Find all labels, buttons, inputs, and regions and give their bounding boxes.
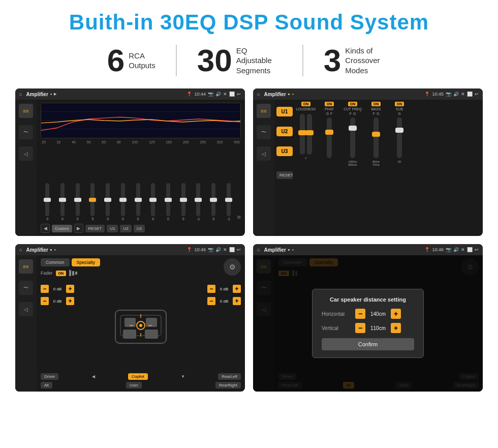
eq-icon-2[interactable]: ≡≡ — [257, 104, 271, 118]
vertical-row: Vertical − 110cm + — [322, 323, 414, 333]
eq-slider-11[interactable]: 0 — [207, 183, 221, 221]
db-minus-fl[interactable]: − — [41, 285, 49, 293]
on-badge-sub[interactable]: ON — [395, 102, 404, 106]
location-icon: 📍 — [186, 92, 192, 97]
u2-button[interactable]: U2 — [276, 127, 293, 136]
rearright-btn[interactable]: RearRight — [215, 382, 241, 389]
cutfreq-slider[interactable] — [350, 117, 355, 158]
u1-button[interactable]: U1 — [276, 107, 293, 116]
next-btn[interactable]: ▶ — [74, 224, 83, 233]
db-minus-fr[interactable]: − — [207, 285, 215, 293]
eq-slider-10[interactable]: -1 — [192, 183, 205, 221]
vertical-plus[interactable]: + — [391, 323, 401, 333]
eq-slider-0[interactable]: 0 — [41, 183, 54, 221]
vertical-minus[interactable]: − — [355, 323, 365, 333]
reset-btn[interactable]: RESET — [85, 225, 105, 232]
close-icon-1[interactable]: ✕ — [223, 92, 227, 97]
bottom-labels-3b: All User RearRight — [41, 382, 241, 389]
back-icon-2[interactable]: ↩ — [475, 92, 479, 97]
stat-rca: 6 RCAOutputs — [87, 45, 177, 76]
home-icon-2[interactable]: ⌂ — [257, 92, 260, 97]
eq-icon[interactable]: ≡≡ — [19, 104, 33, 118]
close-icon-3[interactable]: ✕ — [223, 247, 227, 252]
loudness-slider-r[interactable] — [307, 114, 312, 155]
amp-main-area: U1 U2 U3 RESET ON LOUDNESS — [274, 100, 483, 236]
eq-slider-8[interactable]: 0 — [162, 183, 175, 221]
speaker-icon-3[interactable]: ◁ — [19, 302, 33, 316]
eq-slider-12[interactable]: -1 — [222, 183, 235, 221]
eq-slider-7[interactable]: 0 — [146, 183, 160, 221]
driver-btn[interactable]: Driver — [41, 373, 58, 380]
wave-icon-3[interactable]: 〜 — [19, 281, 33, 295]
on-badge-bass[interactable]: ON — [371, 102, 381, 106]
confirm-button[interactable]: Confirm — [322, 338, 414, 350]
user-btn[interactable]: User — [126, 382, 142, 389]
horizontal-plus[interactable]: + — [391, 309, 401, 319]
home-icon-3[interactable]: ⌂ — [19, 247, 22, 252]
prev-btn[interactable]: ◀ — [41, 224, 50, 233]
close-icon-4[interactable]: ✕ — [461, 247, 465, 252]
horizontal-minus[interactable]: − — [355, 309, 365, 319]
eq-slider-2[interactable]: 0 — [71, 183, 84, 221]
expand-arrows[interactable]: » — [237, 213, 241, 221]
eq-slider-5[interactable]: 0 — [116, 183, 130, 221]
loudness-slider-l[interactable] — [300, 114, 305, 155]
loudness-label: LOUDNESS — [296, 107, 316, 111]
u3-btn[interactable]: U3 — [134, 225, 145, 232]
db-plus-rr[interactable]: + — [233, 297, 241, 305]
window-icon-2[interactable]: ⬜ — [467, 92, 473, 97]
window-icon-4[interactable]: ⬜ — [467, 247, 473, 252]
window-icon-3[interactable]: ⬜ — [229, 247, 235, 252]
amp-screen-content: ≡≡ 〜 ◁ U1 U2 U3 RESET — [253, 100, 483, 236]
custom-btn[interactable]: Custom — [52, 225, 72, 232]
fader-on-toggle[interactable]: ON — [56, 271, 67, 276]
on-badge-phat[interactable]: ON — [325, 102, 334, 106]
on-badge-cutfreq[interactable]: ON — [348, 102, 358, 106]
dialog-title: Car speaker distance setting — [322, 296, 414, 303]
u2-btn[interactable]: U2 — [120, 225, 131, 232]
speaker-icon[interactable]: ◁ — [19, 146, 33, 161]
tab-common-3[interactable]: Common — [41, 258, 70, 266]
home-icon-4[interactable]: ⌂ — [257, 247, 260, 252]
phat-label: PHAT — [325, 107, 334, 111]
all-btn[interactable]: Copilot — [128, 373, 148, 380]
db-minus-rl[interactable]: − — [41, 297, 49, 305]
arrow-down-3[interactable]: ▼ — [181, 374, 185, 379]
screen3-title: Amplifier — [26, 247, 48, 253]
eq-slider-6[interactable]: 0 — [131, 183, 145, 221]
arrow-left-3[interactable]: ◀ — [92, 374, 95, 379]
db-plus-rl[interactable]: + — [66, 297, 74, 305]
eq-slider-1[interactable]: 0 — [56, 183, 70, 221]
on-badge-loudness[interactable]: ON — [301, 102, 311, 106]
db-val-rr: 0 dB — [217, 299, 231, 304]
sub-slider[interactable] — [397, 117, 402, 158]
back-icon-4[interactable]: ↩ — [475, 247, 479, 252]
eq-slider-3[interactable]: 5 — [86, 183, 100, 221]
u1-btn[interactable]: U1 — [107, 225, 118, 232]
status-bar-3: ⌂ Amplifier ■ ● 📍 10:46 📷 🔊 ✕ ⬜ ↩ — [15, 244, 245, 255]
eq-icon-3[interactable]: ≡≡ — [19, 259, 33, 274]
db-minus-rr[interactable]: − — [207, 297, 215, 305]
rearleft-btn[interactable]: All — [41, 382, 52, 389]
copilot-btn[interactable]: RearLeft — [218, 373, 241, 380]
phat-slider[interactable] — [327, 117, 332, 158]
tab-specialty-3[interactable]: Specialty — [72, 258, 101, 266]
back-icon-1[interactable]: ↩ — [237, 92, 241, 97]
bass-slider[interactable] — [374, 117, 379, 158]
wave-icon[interactable]: 〜 — [19, 125, 33, 139]
speaker-icon-2[interactable]: ◁ — [257, 146, 271, 161]
db-plus-fl[interactable]: + — [66, 285, 74, 293]
eq-slider-4[interactable]: 0 — [101, 183, 115, 221]
eq-slider-9[interactable]: 0 — [176, 183, 190, 221]
wave-icon-2[interactable]: 〜 — [257, 125, 271, 139]
db-val-fl: 0 dB — [50, 287, 65, 291]
settings-icon-3[interactable]: ⚙ — [224, 258, 241, 276]
reset-btn-2[interactable]: RESET — [276, 171, 293, 179]
home-icon[interactable]: ⌂ — [19, 92, 22, 97]
back-icon-3[interactable]: ↩ — [237, 247, 241, 252]
time-3: 10:46 — [194, 247, 206, 252]
db-plus-fr[interactable]: + — [233, 285, 241, 293]
u3-button[interactable]: U3 — [276, 146, 293, 156]
window-icon-1[interactable]: ⬜ — [229, 92, 235, 97]
close-icon-2[interactable]: ✕ — [461, 92, 465, 97]
